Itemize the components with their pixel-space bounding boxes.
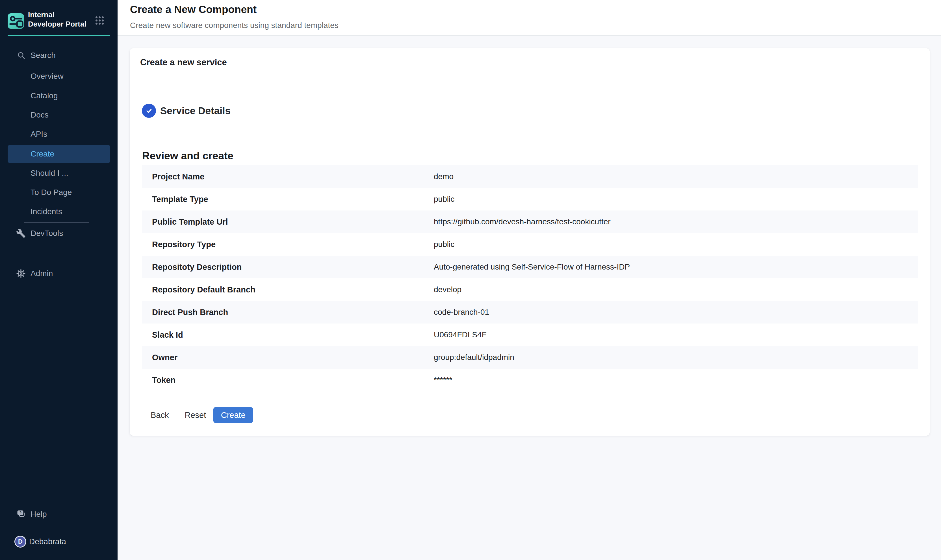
table-row: Repository Type public	[142, 233, 918, 256]
svg-text:?: ?	[19, 511, 22, 515]
sidebar-item-admin[interactable]: Admin	[0, 265, 118, 283]
table-row: Project Name demo	[142, 165, 918, 188]
sidebar-item-label: Help	[31, 510, 47, 519]
row-label: Template Type	[152, 195, 434, 204]
step-label: Service Details	[160, 105, 231, 116]
table-row: Direct Push Branch code-branch-01	[142, 301, 918, 323]
wrench-icon	[16, 229, 26, 238]
user-name-label: Debabrata	[29, 537, 66, 546]
app-root: Internal Developer Portal Search Overvie…	[0, 0, 941, 560]
sidebar-item-label: Docs	[31, 111, 49, 120]
table-row: Template Type public	[142, 188, 918, 211]
create-service-card: Create a new service Service Details Rev…	[130, 48, 930, 436]
sidebar-item-help[interactable]: ? Help	[0, 505, 118, 523]
page-title: Create a New Component	[130, 4, 257, 15]
sidebar-item-label: Create	[31, 149, 54, 158]
row-label: Public Template Url	[152, 217, 434, 226]
row-label: Repository Type	[152, 240, 434, 249]
create-button[interactable]: Create	[213, 407, 253, 423]
row-value: demo	[434, 172, 454, 181]
sidebar-item-label: APIs	[31, 130, 47, 139]
sidebar-item-overview[interactable]: Overview	[0, 67, 118, 85]
sidebar-item-apis[interactable]: APIs	[0, 125, 118, 143]
row-label: Slack Id	[152, 330, 434, 340]
sidebar-item-catalog[interactable]: Catalog	[0, 87, 118, 105]
table-row: Slack Id U0694FDLS4F	[142, 323, 918, 346]
portal-title: Internal Developer Portal	[28, 10, 92, 29]
step-completed-check-icon	[142, 104, 156, 118]
sidebar-item-to-do-page[interactable]: To Do Page	[0, 183, 118, 202]
row-label: Owner	[152, 353, 434, 362]
user-avatar[interactable]: D	[14, 536, 26, 548]
row-label: Token	[152, 375, 434, 385]
sidebar-accent-divider	[8, 35, 110, 36]
table-row: Public Template Url https://github.com/d…	[142, 211, 918, 233]
page-header: Create a New Component Create new softwa…	[118, 0, 941, 35]
sidebar-item-docs[interactable]: Docs	[0, 106, 118, 124]
sidebar-search-label: Search	[31, 51, 56, 60]
table-row: Token ******	[142, 369, 918, 391]
row-value: code-branch-01	[434, 308, 489, 317]
user-menu[interactable]: Debabrata	[29, 536, 66, 548]
sidebar-item-incidents[interactable]: Incidents	[0, 203, 118, 221]
sidebar-item-label: Overview	[31, 72, 64, 81]
reset-button[interactable]: Reset	[185, 411, 206, 420]
stepper-service-details[interactable]: Service Details	[142, 104, 231, 118]
row-label: Repository Default Branch	[152, 285, 434, 294]
row-label: Direct Push Branch	[152, 308, 434, 317]
table-row: Repositoty Description Auto-generated us…	[142, 256, 918, 278]
sidebar-item-label: To Do Page	[31, 188, 72, 197]
card-title: Create a new service	[140, 57, 227, 68]
sliders-logo-icon	[8, 13, 24, 29]
sidebar-item-devtools[interactable]: DevTools	[0, 224, 118, 242]
sidebar-divider	[8, 254, 110, 254]
sidebar: Internal Developer Portal Search Overvie…	[0, 0, 118, 560]
page-subtitle: Create new software components using sta…	[130, 21, 338, 30]
row-value: U0694FDLS4F	[434, 330, 487, 339]
table-row: Owner group:default/idpadmin	[142, 346, 918, 369]
sidebar-item-label: Catalog	[31, 91, 58, 100]
row-label: Project Name	[152, 172, 434, 182]
apps-grid-icon[interactable]	[95, 16, 104, 25]
help-chat-icon: ?	[16, 509, 26, 519]
row-label: Repositoty Description	[152, 263, 434, 272]
review-title: Review and create	[142, 150, 234, 162]
sidebar-item-should-i[interactable]: Should I ...	[0, 164, 118, 182]
sidebar-item-label: DevTools	[31, 229, 63, 238]
row-value: public	[434, 195, 454, 204]
sidebar-item-label: Admin	[31, 269, 53, 278]
sidebar-item-create[interactable]: Create	[8, 145, 110, 163]
row-value: develop	[434, 285, 461, 294]
back-button[interactable]: Back	[151, 411, 169, 420]
review-table: Project Name demo Template Type public P…	[142, 165, 918, 391]
row-value: public	[434, 240, 454, 249]
row-value: ******	[434, 375, 452, 385]
row-value: group:default/idpadmin	[434, 353, 514, 362]
avatar-initial: D	[18, 538, 23, 545]
content-area: Create a new service Service Details Rev…	[118, 36, 941, 560]
sidebar-search[interactable]: Search	[0, 46, 118, 65]
sidebar-divider	[24, 222, 89, 223]
search-icon	[17, 51, 25, 60]
gear-icon	[16, 269, 25, 278]
sidebar-item-label: Incidents	[31, 207, 62, 216]
table-row: Repository Default Branch develop	[142, 278, 918, 301]
sidebar-divider	[24, 65, 89, 65]
form-actions: Back Reset Create	[151, 407, 253, 423]
sidebar-item-label: Should I ...	[31, 169, 68, 178]
row-value: Auto-generated using Self-Service-Flow o…	[434, 263, 630, 272]
row-value: https://github.com/devesh-harness/test-c…	[434, 217, 610, 226]
portal-logo[interactable]	[8, 13, 24, 29]
